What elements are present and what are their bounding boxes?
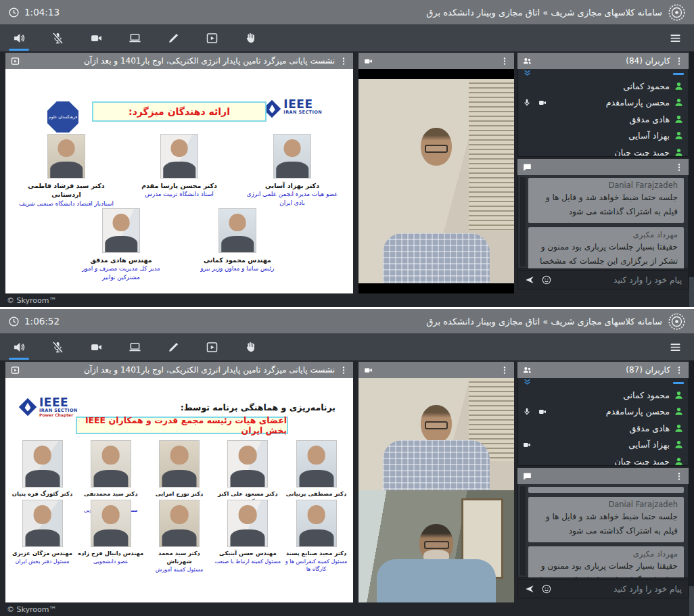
skyroom-copyright: © Skyroom™ [7, 605, 56, 614]
chat-input[interactable] [558, 275, 682, 285]
users-panel-title: کاربران (84) [536, 56, 670, 66]
users-menu-button[interactable] [674, 55, 684, 66]
slide-heading: برنامه‌ریزی و هماهنگی برنامه توسط: [181, 402, 336, 412]
user-row-partial[interactable] [522, 378, 684, 387]
chat-input[interactable] [558, 584, 682, 594]
camera-on-icon [522, 440, 532, 450]
user-row-partial[interactable] [522, 69, 684, 78]
user-row[interactable]: محمود کمانی [522, 387, 684, 404]
user-row[interactable]: هادی مدقق [522, 420, 684, 437]
chat-menu-button[interactable] [674, 471, 684, 481]
main-toolbar [0, 333, 694, 360]
send-icon[interactable] [524, 584, 535, 594]
presenter-name: مهندس محمود کمانی [186, 256, 289, 264]
emoji-icon[interactable] [541, 584, 552, 594]
person-online-icon [674, 114, 684, 124]
window-blinds [469, 79, 514, 230]
presentation-menu-button[interactable] [339, 55, 348, 66]
video-menu-button[interactable] [500, 55, 509, 66]
screen-share-button[interactable] [126, 30, 143, 46]
ieee-iran-section-logo: IEEEIRAN SECTIONPower Chapter [19, 397, 78, 417]
draw-button[interactable] [165, 30, 181, 46]
member-name: دکتر گئورگ قره پتیان [9, 490, 76, 498]
speaker-head [421, 405, 452, 443]
presentation-panel: نشست پایانی میزگرد تامین پایدار انرژی ال… [5, 53, 353, 293]
webcam-button[interactable] [88, 30, 104, 46]
user-row[interactable]: بهزاد آسایی [522, 437, 684, 454]
person-online-icon [674, 131, 684, 141]
volume-button[interactable] [11, 339, 27, 355]
kebab-icon [674, 471, 684, 481]
chat-message-list[interactable]: Danial Farajzadeh جلسه حتما ضبط خواهد شد… [517, 175, 689, 269]
kebab-icon [500, 365, 509, 375]
member-role: مسئول دفتر بخش ایران [9, 558, 76, 565]
page-scrollbar[interactable] [689, 360, 694, 616]
page-scrollbar[interactable] [689, 51, 694, 307]
user-row[interactable]: محسن پارسامقدم [522, 95, 684, 112]
clock-icon [8, 7, 20, 18]
menu-icon [668, 31, 683, 45]
presenter-card: دکتر بهزاد آساییعضو هیات مدیره انجمن علم… [241, 134, 344, 208]
member-name: دکتر سید محمد شهرتاش [146, 550, 213, 566]
draw-button[interactable] [165, 339, 181, 355]
chat-text: حقیقتا بسیار جلسات پرباری بود ممنون و تش… [534, 559, 678, 578]
raise-hand-icon [244, 31, 258, 45]
kebab-icon [339, 56, 348, 66]
partial-user-indicator [673, 382, 684, 384]
raise-hand-button[interactable] [242, 30, 258, 46]
session-top: 1:04:13 سامانه کلاسهای مجازی شریف » اتاق… [0, 0, 694, 307]
chat-sender: Danial Farajzadeh [534, 181, 678, 190]
ieee-logo-text: IEEE [283, 99, 322, 110]
person-online-icon [674, 406, 684, 417]
menu-icon [668, 340, 683, 354]
user-row[interactable]: محمود کمانی [522, 78, 684, 95]
speaker-shirt [377, 559, 496, 602]
volume-button[interactable] [11, 30, 27, 46]
webcam-icon [89, 340, 103, 354]
double-chevron-down-icon [522, 378, 532, 387]
users-menu-button[interactable] [674, 364, 684, 375]
chat-message-list[interactable]: Danial Farajzadeh جلسه حتما ضبط خواهد شد… [517, 484, 689, 578]
video-panel [358, 362, 514, 602]
user-name: محسن پارسامقدم [606, 406, 670, 417]
user-row[interactable]: حمید چیت چیان [522, 144, 684, 157]
skyroom-copyright: © Skyroom™ [7, 296, 56, 305]
send-icon[interactable] [524, 275, 535, 285]
video-menu-button[interactable] [500, 364, 509, 375]
microphone-muted-button[interactable] [49, 339, 66, 355]
chat-menu-button[interactable] [674, 162, 684, 172]
users-list[interactable]: محمود کمانی محسن پارسامقدم هادی مدقق بهز… [517, 69, 689, 157]
ieee-diamond-icon [19, 398, 37, 416]
menu-button[interactable] [667, 339, 683, 355]
user-row[interactable]: هادی مدقق [522, 111, 684, 128]
raise-hand-button[interactable] [242, 339, 258, 355]
volume-icon [12, 31, 26, 45]
emoji-icon[interactable] [541, 275, 552, 285]
user-row[interactable]: حمید چیت چیان [522, 453, 684, 466]
user-row[interactable]: محسن پارسامقدم [522, 404, 684, 421]
member-name: دکتر مجید صنایع پسند [283, 550, 350, 558]
user-name: بهزاد آسایی [628, 440, 670, 450]
menu-button[interactable] [667, 30, 683, 46]
user-row[interactable]: بهزاد آسایی [522, 128, 684, 145]
screen-share-button[interactable] [126, 339, 143, 355]
chat-icon [522, 471, 532, 481]
member-role: عضو دانشجویی [77, 558, 144, 565]
main-toolbar [0, 24, 694, 51]
scrollbar-thumb[interactable] [689, 586, 694, 616]
user-name: محسن پارسامقدم [606, 97, 670, 108]
person-online-icon [674, 147, 684, 157]
microphone-muted-button[interactable] [49, 30, 66, 46]
chat-message: Danial Farajzadeh جلسه حتما ضبط خواهد شد… [528, 497, 684, 542]
webcam-icon [89, 31, 103, 45]
presentation-menu-button[interactable] [339, 364, 348, 375]
media-player-button[interactable] [204, 339, 220, 355]
chat-panel: Danial Farajzadeh جلسه حتما ضبط خواهد شد… [517, 159, 689, 289]
media-player-button[interactable] [204, 30, 220, 46]
partial-user-indicator [673, 73, 684, 75]
scrollbar-thumb[interactable] [689, 277, 694, 307]
webcam-button[interactable] [88, 339, 104, 355]
users-list[interactable]: محمود کمانی محسن پارسامقدم هادی مدقق بهز… [517, 378, 689, 466]
chat-panel-header [517, 159, 689, 175]
kebab-icon [674, 162, 684, 172]
